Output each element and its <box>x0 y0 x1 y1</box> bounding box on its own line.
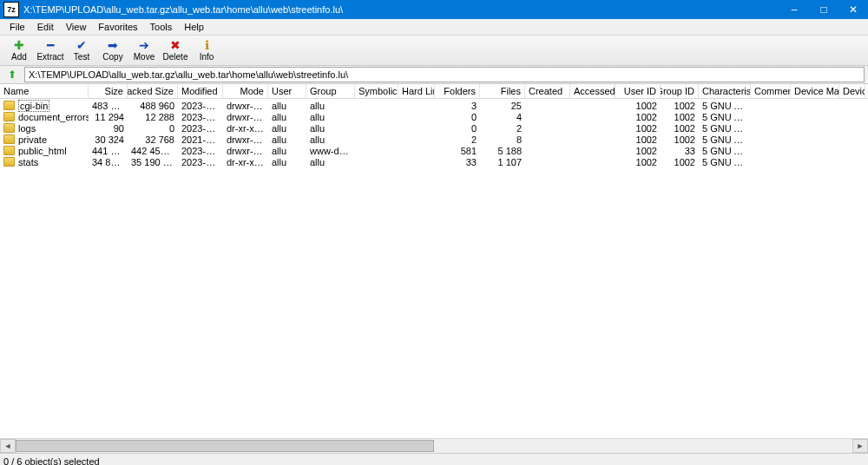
cell-psize: 12 288 <box>128 112 178 122</box>
menu-help[interactable]: Help <box>178 20 210 34</box>
cell-char: 5 GNU ASCII <box>699 123 751 134</box>
column-headers[interactable]: NameSizePacked SizeModifiedModeUserGroup… <box>0 84 868 99</box>
menu-favorites[interactable]: Favorites <box>92 20 143 34</box>
test-icon: ✔ <box>76 38 87 52</box>
table-row[interactable]: private30 32432 7682021-11-19...drwxr-x-… <box>0 134 868 145</box>
scroll-thumb[interactable] <box>16 440 434 452</box>
status-text: 0 / 6 object(s) selected <box>3 456 100 465</box>
scroll-left-button[interactable]: ◄ <box>0 439 16 453</box>
column-header-sym[interactable]: Symbolic Li... <box>355 84 398 98</box>
window-title: X:\TEMP\UPLOAD\allu_web.tar.gz\allu_web.… <box>23 4 779 15</box>
column-header-gid[interactable]: Group ID <box>661 84 699 98</box>
title-bar: 7z X:\TEMP\UPLOAD\allu_web.tar.gz\allu_w… <box>0 0 868 19</box>
menu-file[interactable]: File <box>3 20 31 34</box>
column-header-hard[interactable]: Hard Link <box>398 84 435 98</box>
column-header-psize[interactable]: Packed Size <box>128 84 178 98</box>
cell-gid: 33 <box>661 146 699 156</box>
minimize-button[interactable]: – <box>779 0 809 19</box>
maximize-button[interactable]: □ <box>809 0 838 19</box>
column-header-group[interactable]: Group <box>306 84 355 98</box>
table-row[interactable]: public_html441 115 753442 452 9922023-05… <box>0 145 868 156</box>
table-row[interactable]: logs9002023-07-12...dr-xr-x--xalluallu02… <box>0 122 868 134</box>
folder-icon <box>3 123 15 133</box>
menu-view[interactable]: View <box>60 20 93 34</box>
cell-psize: 32 768 <box>128 134 178 145</box>
menu-edit[interactable]: Edit <box>31 20 60 34</box>
test-button[interactable]: ✔Test <box>66 36 97 64</box>
cell-name: document_errors <box>0 112 89 122</box>
cell-mode: drwxr-x--x <box>223 134 268 145</box>
cell-gid: 1002 <box>661 123 699 134</box>
column-header-comment[interactable]: Comment <box>751 84 791 98</box>
cell-user: allu <box>268 134 306 145</box>
cell-folders: 0 <box>435 112 480 122</box>
menu-tools[interactable]: Tools <box>144 20 179 34</box>
cell-files: 8 <box>480 134 525 145</box>
table-row[interactable]: document_errors11 29412 2882023-07-12...… <box>0 111 868 122</box>
up-one-level-button[interactable]: ⬆ <box>3 67 21 82</box>
cell-files: 5 188 <box>480 146 525 156</box>
extract-button[interactable]: ━Extract <box>35 36 66 64</box>
column-header-mode[interactable]: Mode <box>223 84 268 98</box>
cell-group: allu <box>306 157 355 167</box>
column-header-dmaj[interactable]: Device Major <box>791 84 839 98</box>
close-button[interactable]: ✕ <box>838 0 868 19</box>
column-header-dev[interactable]: Device <box>839 84 865 98</box>
extract-icon: ━ <box>47 38 54 52</box>
item-name: document_errors <box>18 112 89 122</box>
column-header-uid[interactable]: User ID <box>615 84 661 98</box>
cell-gid: 1002 <box>661 112 699 122</box>
column-header-size[interactable]: Size <box>89 84 128 98</box>
path-input[interactable] <box>24 67 865 82</box>
cell-size: 11 294 <box>89 112 128 122</box>
item-name: stats <box>18 157 38 167</box>
folder-icon <box>3 157 15 167</box>
column-header-files[interactable]: Files <box>480 84 525 98</box>
column-header-folders[interactable]: Folders <box>435 84 480 98</box>
column-header-char[interactable]: Characterist... <box>699 84 751 98</box>
folder-icon <box>3 112 15 121</box>
table-row[interactable]: cgi-bin483 334488 9602023-07-11...drwxr-… <box>0 100 868 111</box>
cell-char: 5 GNU ASCII <box>699 146 751 156</box>
copy-icon: ➡ <box>108 38 118 52</box>
add-button[interactable]: ✚Add <box>3 36 35 64</box>
scroll-right-button[interactable]: ► <box>852 439 868 453</box>
delete-button-label: Delete <box>163 52 188 62</box>
copy-button[interactable]: ➡Copy <box>97 36 128 64</box>
app-icon: 7z <box>3 2 19 17</box>
column-header-mod[interactable]: Modified <box>178 84 223 98</box>
horizontal-scrollbar[interactable]: ◄ ► <box>0 438 868 453</box>
move-button[interactable]: ➔Move <box>128 36 160 64</box>
info-button[interactable]: ℹInfo <box>191 36 222 64</box>
path-bar: ⬆ <box>0 66 868 84</box>
cell-name: stats <box>0 157 89 167</box>
menu-bar: FileEditViewFavoritesToolsHelp <box>0 19 868 36</box>
cell-folders: 0 <box>435 123 480 134</box>
delete-button[interactable]: ✖Delete <box>160 36 191 64</box>
table-row[interactable]: stats34 873 90435 190 7842023-07-19...dr… <box>0 156 868 167</box>
folder-icon <box>3 146 15 155</box>
cell-name: private <box>0 134 89 145</box>
cell-uid: 1002 <box>615 157 661 167</box>
test-button-label: Test <box>74 52 89 62</box>
cell-gid: 1002 <box>661 157 699 167</box>
cell-folders: 3 <box>435 101 480 111</box>
cell-mode: dr-xr-x--x <box>223 123 268 134</box>
cell-psize: 0 <box>128 123 178 134</box>
toolbar: ✚Add━Extract✔Test➡Copy➔Move✖DeleteℹInfo <box>0 36 868 66</box>
cell-psize: 35 190 784 <box>128 157 178 167</box>
column-header-name[interactable]: Name <box>0 84 89 98</box>
cell-size: 483 334 <box>89 101 128 111</box>
scroll-track[interactable] <box>16 440 852 452</box>
file-list[interactable]: NameSizePacked SizeModifiedModeUserGroup… <box>0 84 868 438</box>
cell-uid: 1002 <box>615 146 661 156</box>
cell-mod: 2023-07-12... <box>178 112 223 122</box>
column-header-created[interactable]: Created <box>525 84 570 98</box>
cell-name: cgi-bin <box>0 100 89 112</box>
cell-uid: 1002 <box>615 101 661 111</box>
column-header-accessed[interactable]: Accessed <box>570 84 615 98</box>
cell-gid: 1002 <box>661 101 699 111</box>
cell-user: allu <box>268 146 306 156</box>
column-header-user[interactable]: User <box>268 84 306 98</box>
cell-mode: drwxr-x--x <box>223 112 268 122</box>
